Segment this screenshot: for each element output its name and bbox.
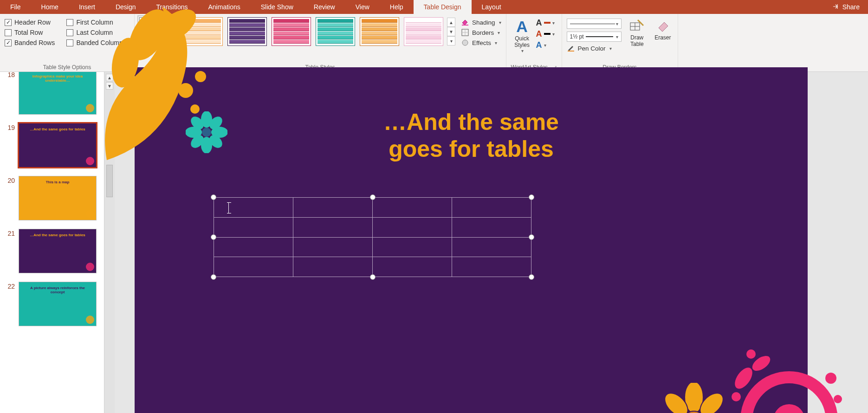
resize-handle-tm[interactable] bbox=[370, 194, 376, 200]
resize-handle-tr[interactable] bbox=[529, 194, 534, 200]
tab-table-design[interactable]: Table Design bbox=[414, 0, 472, 14]
flower-orange bbox=[654, 383, 733, 413]
table-cell[interactable] bbox=[452, 257, 531, 277]
resize-handle-br[interactable] bbox=[529, 274, 534, 280]
table-cell[interactable] bbox=[214, 237, 293, 257]
table-cell[interactable] bbox=[452, 237, 531, 257]
flourish-bottom-right bbox=[692, 327, 849, 413]
pen-style-select[interactable]: ▾ bbox=[567, 19, 622, 29]
chk-banded-rows[interactable]: ✓Banded Rows bbox=[5, 39, 58, 46]
thumbnail-title: Infographics make your idea understable… bbox=[24, 74, 91, 83]
svg-point-14 bbox=[186, 127, 202, 138]
tab-review[interactable]: Review bbox=[304, 0, 345, 14]
scroll-thumb[interactable] bbox=[106, 165, 113, 197]
svg-point-2 bbox=[462, 40, 468, 45]
table-cell[interactable] bbox=[452, 217, 531, 237]
text-cursor bbox=[228, 203, 229, 213]
draw-table-button[interactable]: Draw Table bbox=[627, 19, 648, 47]
table-style-swatch-medium-purple[interactable] bbox=[227, 17, 267, 46]
text-outline-button[interactable]: A▾ bbox=[536, 30, 555, 38]
thumbnail-scrollbar[interactable]: ▲ ▼ bbox=[104, 72, 115, 413]
thumbnail-22[interactable]: 22A picture always reinforces the concep… bbox=[5, 282, 99, 326]
table-cell[interactable] bbox=[293, 237, 373, 257]
svg-point-37 bbox=[683, 411, 705, 413]
svg-point-7 bbox=[190, 104, 200, 114]
share-button[interactable]: Share bbox=[824, 0, 868, 14]
svg-point-5 bbox=[178, 83, 193, 98]
table-cell[interactable] bbox=[214, 198, 293, 218]
pen-weight-select[interactable]: 1½ pt ▾ bbox=[567, 32, 622, 42]
tab-insert[interactable]: Insert bbox=[69, 0, 105, 14]
resize-handle-mr[interactable] bbox=[529, 234, 534, 240]
pen-icon bbox=[567, 45, 575, 52]
tab-home[interactable]: Home bbox=[31, 0, 69, 14]
thumbnail-number: 20 bbox=[5, 176, 15, 184]
table-style-swatch-medium-pink[interactable] bbox=[272, 17, 311, 46]
table-cell[interactable] bbox=[373, 217, 452, 237]
resize-handle-bm[interactable] bbox=[370, 274, 376, 280]
thumbnail-title: …And the same goes for tables bbox=[24, 233, 91, 237]
table-cell[interactable] bbox=[293, 257, 373, 277]
effects-icon bbox=[461, 39, 469, 46]
text-effects-button[interactable]: A▾ bbox=[536, 41, 555, 49]
table-style-swatch-no-style-grid[interactable] bbox=[139, 17, 179, 46]
svg-point-17 bbox=[207, 114, 225, 132]
svg-point-33 bbox=[661, 389, 692, 413]
table-cell[interactable] bbox=[293, 217, 373, 237]
chk-first-column[interactable]: First Column bbox=[66, 19, 130, 26]
eraser-button[interactable]: Eraser bbox=[653, 19, 673, 41]
table-cell[interactable] bbox=[214, 217, 293, 237]
chk-total-row[interactable]: Total Row bbox=[5, 29, 58, 36]
thumbnail-20[interactable]: 20This is a map bbox=[5, 176, 99, 220]
table-cell[interactable] bbox=[373, 257, 452, 277]
svg-rect-3 bbox=[568, 51, 574, 52]
scroll-down-icon[interactable]: ▼ bbox=[106, 82, 113, 90]
slide-title[interactable]: …And the same goes for tables bbox=[309, 109, 634, 162]
tab-transitions[interactable]: Transitions bbox=[146, 0, 198, 14]
gallery-more[interactable]: ▾ bbox=[447, 36, 455, 45]
resize-handle-tl[interactable] bbox=[211, 194, 216, 200]
thumbnail-19[interactable]: 19…And the same goes for tables bbox=[5, 123, 99, 168]
gallery-scroll-down[interactable]: ▼ bbox=[447, 27, 455, 36]
eraser-icon bbox=[655, 19, 670, 32]
thumbnail-21[interactable]: 21…And the same goes for tables bbox=[5, 229, 99, 273]
table-style-swatch-light-pink[interactable] bbox=[404, 17, 443, 46]
thumbnail-18[interactable]: 18Infographics make your idea understabl… bbox=[5, 72, 99, 115]
quick-styles-button[interactable]: A Quick Styles ▾ bbox=[511, 19, 533, 53]
table-cell[interactable] bbox=[373, 198, 452, 218]
resize-handle-ml[interactable] bbox=[211, 234, 216, 240]
flower-teal bbox=[186, 111, 227, 153]
resize-handle-bl[interactable] bbox=[211, 274, 216, 280]
svg-point-26 bbox=[746, 349, 756, 359]
shading-button[interactable]: Shading▾ bbox=[461, 19, 501, 26]
table-cell[interactable] bbox=[214, 257, 293, 277]
svg-point-27 bbox=[825, 373, 836, 384]
slide-table[interactable] bbox=[214, 197, 531, 277]
tab-view[interactable]: View bbox=[345, 0, 380, 14]
scroll-up-icon[interactable]: ▲ bbox=[106, 74, 113, 81]
group-wordart-styles: A Quick Styles ▾ A▾ A▾ A▾ WordArt Styles… bbox=[506, 14, 562, 71]
chk-last-column[interactable]: Last Column bbox=[66, 29, 130, 36]
chk-header-row[interactable]: ✓Header Row bbox=[5, 19, 58, 26]
gallery-scroll-up[interactable]: ▲ bbox=[447, 18, 455, 27]
chk-banded-columns[interactable]: Banded Columns bbox=[66, 39, 130, 46]
tab-help[interactable]: Help bbox=[380, 0, 414, 14]
tab-layout[interactable]: Layout bbox=[472, 0, 512, 14]
tab-animations[interactable]: Animations bbox=[198, 0, 250, 14]
table-style-swatch-medium-teal[interactable] bbox=[316, 17, 355, 46]
tab-design[interactable]: Design bbox=[105, 0, 146, 14]
svg-point-29 bbox=[685, 383, 703, 413]
table-style-swatch-light-orange[interactable] bbox=[183, 17, 223, 46]
table-cell[interactable] bbox=[452, 198, 531, 218]
table-style-swatch-medium-orange[interactable] bbox=[360, 17, 399, 46]
slide[interactable]: …And the same goes for tables bbox=[135, 67, 808, 413]
effects-button[interactable]: Effects▾ bbox=[461, 39, 501, 46]
tab-file[interactable]: File bbox=[0, 0, 31, 14]
borders-button[interactable]: Borders▾ bbox=[461, 29, 501, 36]
table-cell[interactable] bbox=[293, 198, 373, 218]
pen-color-button[interactable]: Pen Color▾ bbox=[567, 45, 622, 52]
text-fill-button[interactable]: A▾ bbox=[536, 19, 555, 27]
table-cell[interactable] bbox=[373, 237, 452, 257]
tab-slide-show[interactable]: Slide Show bbox=[251, 0, 304, 14]
svg-rect-0 bbox=[462, 25, 468, 26]
